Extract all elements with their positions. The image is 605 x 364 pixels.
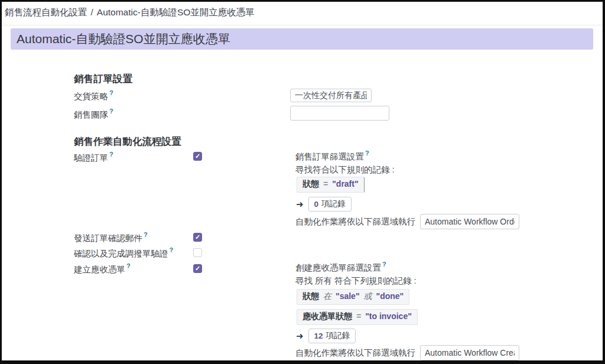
rule-conjunction: 或 — [364, 291, 372, 302]
order-filter-domain-label: 自動化作業將依以下篩選域執行 — [295, 216, 415, 228]
section-heading-workflow: 銷售作業自動化流程設置 — [74, 135, 181, 148]
send-confirmation-email-label: 發送訂單確認郵件? — [74, 232, 148, 244]
arrow-icon: ➜ — [296, 200, 304, 209]
rule-field: 狀態 — [302, 179, 319, 190]
rule-field: 應收憑單狀態 — [302, 311, 352, 322]
validate-order-label-text: 驗證訂單 — [74, 153, 108, 162]
rule-value: "sale" — [336, 291, 360, 301]
match-prefix: 尋找 — [295, 276, 313, 285]
send-confirmation-email-checkbox[interactable] — [193, 233, 202, 242]
send-confirmation-email-label-text: 發送訂單確認郵件 — [74, 233, 142, 243]
rule-operator: = — [323, 179, 328, 188]
rule-operator: 在 — [323, 291, 331, 302]
record-count-suffix: 項記錄 — [326, 330, 350, 341]
help-icon: ? — [382, 261, 386, 268]
invoice-filter-domain-input[interactable] — [420, 345, 519, 360]
arrow-icon: ➜ — [296, 332, 304, 340]
help-icon: ? — [126, 262, 131, 269]
shipping-policy-input[interactable] — [290, 89, 372, 102]
rule-operator: = — [356, 311, 361, 321]
workflow-settings-page: { "colors": { "accent": "#6b5fa7", "high… — [0, 0, 605, 364]
record-title-text: Automatic-自動驗證SO並開立應收憑單 — [17, 31, 230, 47]
create-invoice-label: 建立應收憑單? — [74, 263, 131, 275]
invoice-filter-heading-text: 創建應收憑單篩選設置 — [295, 263, 381, 272]
order-filter-heading-text: 銷售訂單篩選設置 — [295, 152, 364, 161]
invoice-filter-match-text: 尋找所有符合下列規則的記錄 : — [295, 275, 417, 287]
invoice-filter-rule1-chip[interactable]: 狀態 在 "sale" 或 "done" — [297, 289, 409, 305]
breadcrumb: 銷售流程自動化設置/Automatic-自動驗證SO並開立應收憑單 — [5, 6, 255, 19]
invoice-filter-domain-label: 自動化作業將依以下篩選域執行 — [295, 347, 415, 359]
help-icon: ? — [109, 108, 113, 115]
match-all-selector[interactable]: 所有 — [315, 276, 332, 285]
breadcrumb-parent-link[interactable]: 銷售流程自動化設置 — [5, 7, 87, 17]
record-count: 12 — [314, 332, 323, 340]
record-title-field[interactable]: Automatic-自動驗證SO並開立應收憑單 — [11, 28, 593, 50]
rule-value: "to invoice" — [365, 311, 412, 321]
confirm-validate-picking-label: 確認以及完成調撥單驗證? — [74, 247, 173, 259]
sales-team-label-text: 銷售團隊 — [74, 110, 108, 119]
invoice-filter-domain-row: 自動化作業將依以下篩選域執行 — [295, 345, 519, 360]
order-filter-heading: 銷售訂單篩選設置? — [295, 150, 369, 162]
order-filter-rule-chip[interactable]: 狀態 = "draft" — [297, 177, 365, 193]
invoice-filter-count-row: ➜ 12 項記錄 — [296, 329, 356, 343]
shipping-policy-label-text: 交貨策略 — [74, 92, 108, 101]
help-icon: ? — [144, 231, 148, 238]
rule-value: "done" — [376, 291, 404, 301]
invoice-filter-record-count-button[interactable]: 12 項記錄 — [308, 329, 356, 343]
sales-team-label: 銷售團隊? — [74, 108, 113, 121]
record-count-suffix: 項記錄 — [321, 199, 346, 209]
help-icon: ? — [365, 150, 369, 157]
validate-order-label: 驗證訂單? — [74, 151, 113, 164]
breadcrumb-separator: / — [91, 7, 93, 17]
help-icon: ? — [170, 246, 174, 254]
header-divider — [2, 25, 603, 25]
order-filter-domain-input[interactable] — [420, 214, 519, 229]
help-icon: ? — [109, 89, 113, 96]
invoice-filter-rule2-chip[interactable]: 應收憑單狀態 = "to invoice" — [297, 309, 418, 325]
order-filter-count-row: ➜ 0 項記錄 — [296, 197, 352, 212]
invoice-filter-heading: 創建應收憑單篩選設置? — [295, 261, 386, 274]
rule-field: 狀態 — [302, 291, 319, 302]
confirm-validate-picking-label-text: 確認以及完成調撥單驗證 — [74, 249, 168, 258]
breadcrumb-current: Automatic-自動驗證SO並開立應收憑單 — [97, 7, 255, 17]
create-invoice-checkbox[interactable] — [193, 264, 202, 273]
help-icon: ? — [109, 151, 113, 158]
sales-team-input[interactable] — [290, 106, 389, 121]
order-filter-match-text: 尋找符合以下規則的記錄 : — [295, 164, 395, 176]
section-heading-sales-order: 銷售訂單設置 — [74, 73, 132, 86]
shipping-policy-label: 交貨策略? — [74, 90, 113, 102]
confirm-validate-picking-checkbox[interactable] — [193, 248, 202, 257]
create-invoice-label-text: 建立應收憑單 — [74, 265, 125, 274]
order-filter-domain-row: 自動化作業將依以下篩選域執行 — [295, 214, 519, 229]
match-suffix: 符合下列規則的記錄 : — [334, 276, 417, 285]
record-count: 0 — [314, 200, 319, 209]
order-filter-record-count-button[interactable]: 0 項記錄 — [308, 197, 352, 212]
validate-order-checkbox[interactable] — [193, 152, 202, 161]
rule-value: "draft" — [332, 179, 358, 188]
